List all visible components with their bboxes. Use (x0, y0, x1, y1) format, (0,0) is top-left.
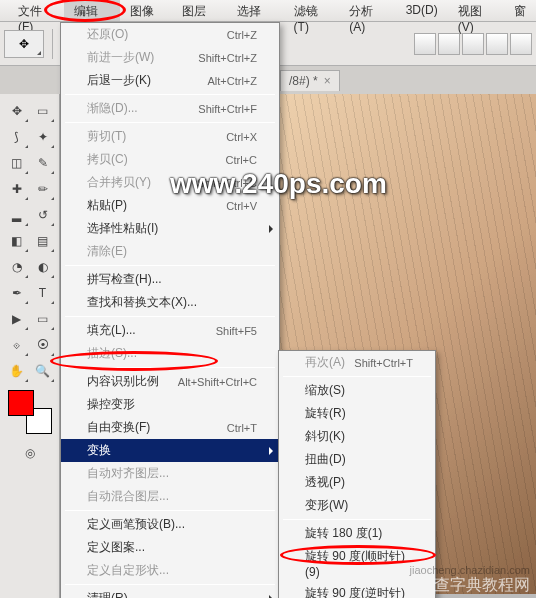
move-icon: ✥ (19, 37, 29, 51)
menu-edit[interactable]: 编辑(E) (64, 0, 120, 21)
menu-transform[interactable]: 变换 (61, 439, 279, 462)
menu-puppet[interactable]: 操控变形 (61, 393, 279, 416)
3d-camera-tool[interactable]: ⦿ (30, 332, 56, 358)
watermark-footer-site: 查字典教程网 (434, 575, 530, 596)
menu-view[interactable]: 视图(V) (448, 0, 504, 21)
menu-brush-preset[interactable]: 定义画笔预设(B)... (61, 513, 279, 536)
menu-warp[interactable]: 变形(W) (279, 494, 435, 517)
shape-tool[interactable]: ▭ (30, 306, 56, 332)
menu-auto-align[interactable]: 自动对齐图层... (61, 462, 279, 485)
menu-filter[interactable]: 滤镜(T) (284, 0, 340, 21)
menu-image[interactable]: 图像(I) (120, 0, 172, 21)
menu-shape-preset[interactable]: 定义自定形状... (61, 559, 279, 582)
menu-window[interactable]: 窗 (504, 0, 536, 21)
path-select-tool[interactable]: ▶ (4, 306, 30, 332)
color-swatches[interactable] (8, 390, 52, 434)
history-brush-tool[interactable]: ↺ (30, 202, 56, 228)
menu-rotate[interactable]: 旋转(R) (279, 402, 435, 425)
zoom-tool[interactable]: 🔍 (30, 358, 56, 384)
menu-pattern[interactable]: 定义图案... (61, 536, 279, 559)
menu-auto-blend[interactable]: 自动混合图层... (61, 485, 279, 508)
marquee-tool[interactable]: ▭ (30, 98, 56, 124)
active-tool-preset[interactable]: ✥ (4, 30, 44, 58)
gradient-tool[interactable]: ▤ (30, 228, 56, 254)
close-icon[interactable]: × (324, 74, 331, 88)
menu-spell[interactable]: 拼写检查(H)... (61, 268, 279, 291)
menu-layer[interactable]: 图层(L) (172, 0, 227, 21)
move-tool[interactable]: ✥ (4, 98, 30, 124)
tools-panel: ✥▭ ⟆✦ ◫✎ ✚✏ ▂↺ ◧▤ ◔◐ ✒T ▶▭ ⟐⦿ ✋🔍 ◎ (0, 94, 60, 598)
menu-content-aware[interactable]: 内容识别比例Alt+Shift+Ctrl+C (61, 370, 279, 393)
menu-step-forward[interactable]: 前进一步(W)Shift+Ctrl+Z (61, 46, 279, 69)
edit-dropdown-menu: 还原(O)Ctrl+Z 前进一步(W)Shift+Ctrl+Z 后退一步(K)A… (60, 22, 280, 598)
menu-paste-special[interactable]: 选择性粘贴(I) (61, 217, 279, 240)
menu-file[interactable]: 文件(F) (8, 0, 64, 21)
menu-free-transform[interactable]: 自由变换(F)Ctrl+T (61, 416, 279, 439)
menubar: 文件(F) 编辑(E) 图像(I) 图层(L) 选择(S) 滤镜(T) 分析(A… (0, 0, 536, 22)
lasso-tool[interactable]: ⟆ (4, 124, 30, 150)
menu-select[interactable]: 选择(S) (227, 0, 283, 21)
menu-fill[interactable]: 填充(L)...Shift+F5 (61, 319, 279, 342)
eraser-tool[interactable]: ◧ (4, 228, 30, 254)
menu-clear[interactable]: 清除(E) (61, 240, 279, 263)
menu-undo[interactable]: 还原(O)Ctrl+Z (61, 23, 279, 46)
menu-skew[interactable]: 斜切(K) (279, 425, 435, 448)
menu-purge[interactable]: 清理(R) (61, 587, 279, 598)
menu-rotate-180[interactable]: 旋转 180 度(1) (279, 522, 435, 545)
menu-cut[interactable]: 剪切(T)Ctrl+X (61, 125, 279, 148)
menu-perspective[interactable]: 透视(P) (279, 471, 435, 494)
transform-submenu: 再次(A)Shift+Ctrl+T 缩放(S) 旋转(R) 斜切(K) 扭曲(D… (278, 350, 436, 598)
crop-tool[interactable]: ◫ (4, 150, 30, 176)
align-btn-3[interactable] (462, 33, 484, 55)
document-tab-label: /8#) * (289, 74, 318, 88)
wand-tool[interactable]: ✦ (30, 124, 56, 150)
align-btn-4[interactable] (486, 33, 508, 55)
foreground-swatch[interactable] (8, 390, 34, 416)
menu-scale[interactable]: 缩放(S) (279, 379, 435, 402)
heal-tool[interactable]: ✚ (4, 176, 30, 202)
menu-again[interactable]: 再次(A)Shift+Ctrl+T (279, 351, 435, 374)
menu-distort[interactable]: 扭曲(D) (279, 448, 435, 471)
dodge-tool[interactable]: ◐ (30, 254, 56, 280)
hand-tool[interactable]: ✋ (4, 358, 30, 384)
pen-tool[interactable]: ✒ (4, 280, 30, 306)
quickmask-toggle[interactable]: ◎ (17, 440, 43, 466)
align-buttons (414, 33, 532, 55)
menu-fade[interactable]: 渐隐(D)...Shift+Ctrl+F (61, 97, 279, 120)
menu-stroke[interactable]: 描边(S)... (61, 342, 279, 365)
align-btn-5[interactable] (510, 33, 532, 55)
type-tool[interactable]: T (30, 280, 56, 306)
menu-find[interactable]: 查找和替换文本(X)... (61, 291, 279, 314)
brush-tool[interactable]: ✏ (30, 176, 56, 202)
menu-3d[interactable]: 3D(D) (396, 0, 448, 21)
document-tab[interactable]: /8#) * × (280, 70, 340, 91)
align-btn-1[interactable] (414, 33, 436, 55)
eyedropper-tool[interactable]: ✎ (30, 150, 56, 176)
watermark-footer-url: jiaocheng.chazidian.com (410, 564, 530, 576)
stamp-tool[interactable]: ▂ (4, 202, 30, 228)
menu-analysis[interactable]: 分析(A) (339, 0, 395, 21)
menu-step-back[interactable]: 后退一步(K)Alt+Ctrl+Z (61, 69, 279, 92)
align-btn-2[interactable] (438, 33, 460, 55)
watermark-main: www.240ps.com (170, 168, 387, 200)
menu-rotate-90ccw[interactable]: 旋转 90 度(逆时针)(0) (279, 582, 435, 598)
blur-tool[interactable]: ◔ (4, 254, 30, 280)
3d-tool[interactable]: ⟐ (4, 332, 30, 358)
